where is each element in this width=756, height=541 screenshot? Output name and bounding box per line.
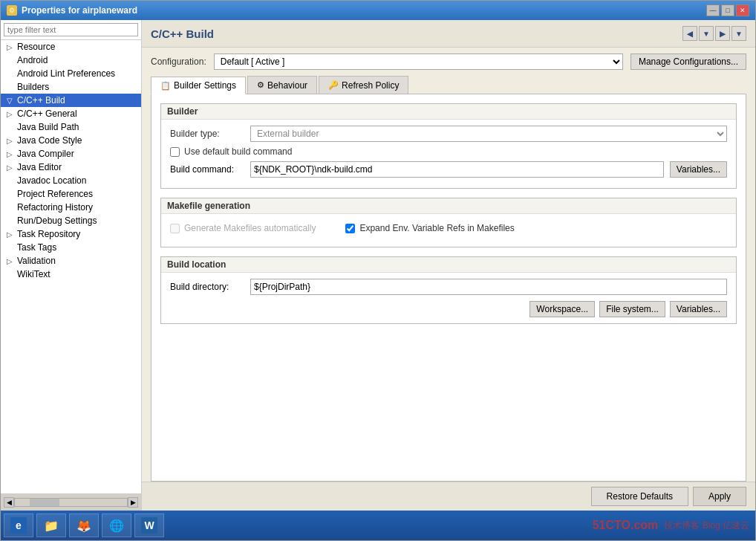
config-row: Configuration: Default [ Active ] Manage… <box>142 48 755 76</box>
expand-icon: ▽ <box>7 97 16 105</box>
builder-section: Builder Builder type: External builder <box>160 103 737 189</box>
sidebar-item-label: WikiText <box>17 269 50 279</box>
sidebar-item-task-repository[interactable]: ▷ Task Repository <box>1 227 141 241</box>
nav-forward-button[interactable]: ▶ <box>715 26 730 41</box>
watermark-51cto: 51CTO.com <box>593 519 662 532</box>
sidebar-item-builders[interactable]: Builders <box>1 80 141 94</box>
sidebar-item-label: Project References <box>17 189 93 199</box>
sidebar-item-label: Task Repository <box>17 229 80 239</box>
tab-refresh-icon: 🔑 <box>328 80 339 90</box>
taskbar-item-browser[interactable]: 🌐 <box>102 514 131 537</box>
sidebar-item-java-build-path[interactable]: Java Build Path <box>1 120 141 134</box>
taskbar-item-ie[interactable]: e <box>4 514 33 537</box>
window-title: Properties for airplaneward <box>22 5 137 16</box>
sidebar-scrollbar[interactable]: ◀ ▶ <box>1 493 141 511</box>
sidebar-item-java-editor[interactable]: ▷ Java Editor <box>1 161 141 174</box>
taskbar-item-folder[interactable]: 📁 <box>36 514 66 537</box>
builder-type-label: Builder type: <box>170 129 244 139</box>
file-system-button[interactable]: File system... <box>599 301 665 317</box>
build-command-label: Build command: <box>170 164 244 175</box>
taskbar-item-word[interactable]: W <box>134 514 164 537</box>
nav-back-button[interactable]: ◀ <box>682 26 697 41</box>
sidebar-item-label: Java Code Style <box>17 135 82 146</box>
sidebar-item-label: Java Editor <box>17 162 62 172</box>
expand-icon: ▷ <box>7 257 16 265</box>
generate-makefiles-row: Generate Makefiles automatically <box>170 223 316 233</box>
workspace-button[interactable]: Workspace... <box>529 301 595 317</box>
scroll-thumb <box>30 499 59 506</box>
maximize-button[interactable]: □ <box>721 4 734 16</box>
sidebar-item-task-tags[interactable]: Task Tags <box>1 241 141 254</box>
makefile-options-row: Generate Makefiles automatically Expand … <box>170 220 727 241</box>
sidebar-item-java-code-style[interactable]: ▷ Java Code Style <box>1 134 141 147</box>
tab-builder-settings[interactable]: 📋 Builder Settings <box>151 77 246 94</box>
nav-buttons: ◀ ▼ ▶ ▼ <box>682 26 746 41</box>
browser-icon: 🌐 <box>108 517 125 534</box>
sidebar-item-label: Builders <box>17 82 49 92</box>
sidebar-item-cpp-general[interactable]: ▷ C/C++ General <box>1 107 141 120</box>
sidebar-item-refactoring[interactable]: Refactoring History <box>1 201 141 214</box>
expand-icon: ▷ <box>7 150 16 158</box>
sidebar-item-label: Run/Debug Settings <box>17 216 97 226</box>
scroll-right-btn[interactable]: ▶ <box>128 497 138 508</box>
expand-icon: ▷ <box>7 137 16 145</box>
sidebar-item-android-lint[interactable]: Android Lint Preferences <box>1 67 141 80</box>
builder-type-select[interactable]: External builder <box>250 126 727 142</box>
titlebar-buttons: — □ ✕ <box>706 4 749 16</box>
right-panel: C/C++ Build ◀ ▼ ▶ ▼ Configuration: Defau… <box>142 20 755 511</box>
tabs-area: 📋 Builder Settings ⚙ Behaviour 🔑 Refresh… <box>142 76 755 94</box>
search-input[interactable] <box>4 23 138 36</box>
expand-icon: ▷ <box>7 163 16 172</box>
close-button[interactable]: ✕ <box>736 4 749 16</box>
location-variables-button[interactable]: Variables... <box>670 301 727 317</box>
sidebar-item-wikitext[interactable]: WikiText <box>1 268 141 281</box>
sidebar-item-project-references[interactable]: Project References <box>1 187 141 201</box>
sidebar-item-label: Javadoc Location <box>17 175 86 186</box>
use-default-checkbox[interactable] <box>170 147 180 157</box>
sidebar-item-java-compiler[interactable]: ▷ Java Compiler <box>1 147 141 161</box>
titlebar-left: ⚙ Properties for airplaneward <box>7 5 137 16</box>
restore-defaults-button[interactable]: Restore Defaults <box>591 487 688 506</box>
sidebar-item-label: C/C++ Build <box>17 95 65 106</box>
tab-behaviour[interactable]: ⚙ Behaviour <box>247 76 317 94</box>
build-variables-button[interactable]: Variables... <box>670 161 727 178</box>
folder-icon: 📁 <box>43 517 59 534</box>
makefile-section: Makefile generation Generate Makefiles a… <box>160 198 737 247</box>
nav-dropdown-button[interactable]: ▼ <box>699 26 714 41</box>
nav-forward-dropdown-button[interactable]: ▼ <box>731 26 746 41</box>
expand-icon: ▷ <box>7 230 16 239</box>
build-location-body: Build directory: Workspace... File syste… <box>161 273 736 323</box>
sidebar-item-label: Java Build Path <box>17 122 79 132</box>
build-command-input[interactable] <box>250 161 664 178</box>
tab-behaviour-label: Behaviour <box>267 80 307 91</box>
sidebar-item-javadoc[interactable]: Javadoc Location <box>1 174 141 187</box>
generate-makefiles-checkbox[interactable] <box>170 224 180 233</box>
sidebar-item-android[interactable]: Android <box>1 54 141 67</box>
config-label: Configuration: <box>151 56 206 67</box>
sidebar-item-resource[interactable]: ▷ Resource <box>1 40 141 54</box>
sidebar-item-validation[interactable]: ▷ Validation <box>1 254 141 268</box>
expand-env-label: Expand Env. Variable Refs in Makefiles <box>359 223 514 233</box>
use-default-row: Use default build command <box>170 146 727 157</box>
taskbar-item-firefox[interactable]: 🦊 <box>69 514 99 537</box>
sidebar-item-run-debug[interactable]: Run/Debug Settings <box>1 214 141 227</box>
expand-icon: ▷ <box>7 43 16 51</box>
minimize-button[interactable]: — <box>706 4 720 16</box>
makefile-section-title: Makefile generation <box>161 198 736 214</box>
tab-builder-label: Builder Settings <box>174 80 236 91</box>
tab-refresh-policy[interactable]: 🔑 Refresh Policy <box>319 76 408 94</box>
expand-env-checkbox[interactable] <box>345 224 355 233</box>
watermark-blog: 技术博客 Blog 亿速云 <box>664 519 752 532</box>
right-header: C/C++ Build ◀ ▼ ▶ ▼ <box>142 20 755 48</box>
bottom-bar: Restore Defaults Apply <box>142 482 755 511</box>
scroll-left-btn[interactable]: ◀ <box>4 497 14 508</box>
sidebar-item-label: C/C++ General <box>17 108 77 119</box>
build-dir-input[interactable] <box>250 279 727 295</box>
configuration-select[interactable]: Default [ Active ] <box>214 54 623 70</box>
scroll-track[interactable] <box>14 498 128 507</box>
sidebar-item-cpp-build[interactable]: ▽ C/C++ Build <box>1 94 141 107</box>
tab-refresh-label: Refresh Policy <box>342 80 399 91</box>
build-command-row: Build command: Variables... <box>170 161 727 178</box>
apply-button[interactable]: Apply <box>693 487 746 506</box>
manage-configurations-button[interactable]: Manage Configurations... <box>630 54 746 70</box>
